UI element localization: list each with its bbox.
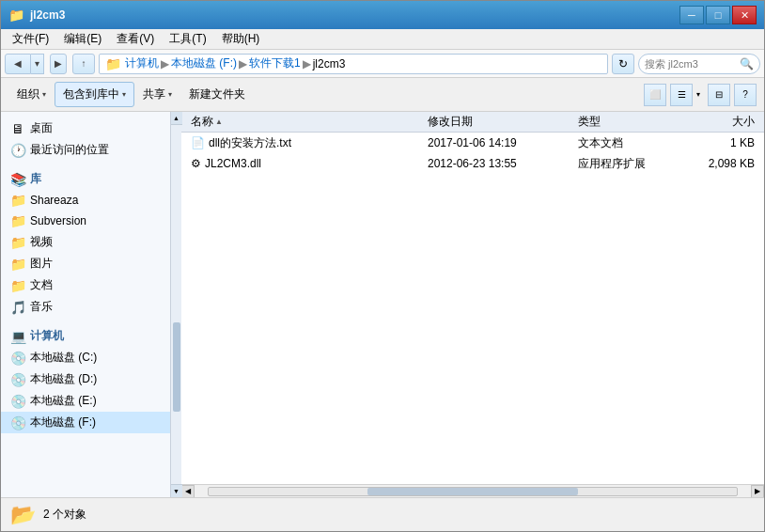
sidebar-scroll-thumb <box>173 322 180 412</box>
sidebar-item-videos-label: 视频 <box>30 234 53 250</box>
menu-tools[interactable]: 工具(T) <box>162 29 213 49</box>
search-box[interactable]: 🔍 <box>638 54 760 74</box>
nav-back-button[interactable]: ◀ <box>5 54 31 74</box>
status-count: 2 个对象 <box>43 507 86 523</box>
sidebar-item-drive-c-label: 本地磁盘 (C:) <box>30 350 97 366</box>
sidebar-item-recent[interactable]: 🕐 最近访问的位置 <box>1 139 180 161</box>
sidebar-scroll-up[interactable]: ▲ <box>171 112 182 125</box>
col-header-size[interactable]: 大小 <box>685 114 760 130</box>
sidebar-item-subversion[interactable]: 📁 Subversion <box>1 211 180 231</box>
library-label: 库 <box>30 171 41 187</box>
window-folder-icon: 📁 <box>8 8 24 23</box>
file-list-header: 名称 ▲ 修改日期 类型 大小 <box>181 112 764 133</box>
nav-back-group: ◀ ▾ <box>5 54 44 74</box>
sidebar-item-drive-f[interactable]: 💿 本地磁盘 (F:) <box>1 412 180 433</box>
pictures-icon: 📁 <box>10 257 25 272</box>
breadcrumb-bar[interactable]: 📁 计算机 ▶ 本地磁盘 (F:) ▶ 软件下载1 ▶ jl2cm3 <box>99 54 608 74</box>
share-label: 共享 <box>143 86 165 102</box>
sidebar-item-drive-d[interactable]: 💿 本地磁盘 (D:) <box>1 368 180 390</box>
col-header-type[interactable]: 类型 <box>572 114 685 130</box>
status-bar: 📂 2 个对象 <box>1 497 764 531</box>
close-button[interactable]: ✕ <box>732 6 757 24</box>
library-expand-icon: 📚 <box>10 172 25 187</box>
shareaza-icon: 📁 <box>10 193 25 208</box>
table-row[interactable]: ⚙ JL2CM3.dll 2012-06-23 13:55 应用程序扩展 2,0… <box>181 153 764 174</box>
main-content: 🖥 桌面 🕐 最近访问的位置 📚 库 📁 Shareaza <box>1 112 764 497</box>
recent-icon: 🕐 <box>10 143 25 158</box>
nav-up-button[interactable]: ↑ <box>72 54 95 74</box>
new-folder-button[interactable]: 新建文件夹 <box>180 82 254 107</box>
hscroll-track[interactable] <box>208 487 738 496</box>
file2-size-cell: 2,098 KB <box>685 157 760 170</box>
file1-size-cell: 1 KB <box>685 136 760 149</box>
view-dropdown[interactable]: ▾ <box>696 90 700 99</box>
file2-name-cell: ⚙ JL2CM3.dll <box>185 157 422 170</box>
menu-help[interactable]: 帮助(H) <box>214 29 268 49</box>
organize-button[interactable]: 组织 ▾ <box>8 82 55 107</box>
subversion-icon: 📁 <box>10 213 25 228</box>
hscroll-right-button[interactable]: ▶ <box>751 485 764 498</box>
preview-button[interactable]: ⊟ <box>708 84 730 106</box>
preview-pane-button[interactable]: ⬜ <box>644 84 666 106</box>
search-input[interactable] <box>645 58 740 70</box>
file-list-body: 📄 dll的安装方法.txt 2017-01-06 14:19 文本文档 1 K… <box>181 133 764 484</box>
organize-dropdown-icon: ▾ <box>42 90 46 99</box>
menu-file[interactable]: 文件(F) <box>5 29 56 49</box>
address-bar: ◀ ▾ ▶ ↑ 📁 计算机 ▶ 本地磁盘 (F:) ▶ 软件下载1 ▶ jl2c… <box>1 50 764 78</box>
minimize-button[interactable]: ─ <box>679 6 704 24</box>
col-header-date[interactable]: 修改日期 <box>422 114 572 130</box>
file1-name-cell: 📄 dll的安装方法.txt <box>185 135 422 151</box>
sidebar-item-pictures-label: 图片 <box>30 256 53 272</box>
drive-d-icon: 💿 <box>10 372 25 387</box>
toolbar: 组织 ▾ 包含到库中 ▾ 共享 ▾ 新建文件夹 ⬜ ☰ ▾ ⊟ ? <box>1 78 764 112</box>
search-icon: 🔍 <box>740 57 754 70</box>
organize-label: 组织 <box>17 86 39 102</box>
maximize-button[interactable]: □ <box>706 6 730 24</box>
nav-forward-button[interactable]: ▶ <box>50 54 67 74</box>
sidebar-scrollbar: ▲ ▼ <box>170 112 181 497</box>
refresh-button[interactable]: ↻ <box>612 54 634 74</box>
sidebar-item-shareaza-label: Shareaza <box>30 194 78 207</box>
include-library-dropdown-icon: ▾ <box>122 90 126 99</box>
breadcrumb-folder-icon: 📁 <box>105 56 121 71</box>
sidebar-item-desktop[interactable]: 🖥 桌面 <box>1 117 180 139</box>
sidebar-item-documents[interactable]: 📁 文档 <box>1 274 180 296</box>
col-header-name[interactable]: 名称 ▲ <box>185 114 422 130</box>
file2-icon: ⚙ <box>191 157 201 170</box>
sidebar-item-drive-c[interactable]: 💿 本地磁盘 (C:) <box>1 347 180 368</box>
sep2: ▶ <box>239 57 247 70</box>
sidebar-section-library[interactable]: 📚 库 <box>1 168 180 190</box>
hscroll-left-button[interactable]: ◀ <box>181 485 195 498</box>
computer-icon: 💻 <box>10 329 25 344</box>
share-button[interactable]: 共享 ▾ <box>134 82 180 107</box>
computer-label: 计算机 <box>30 328 64 344</box>
breadcrumb-computer[interactable]: 计算机 <box>125 55 159 71</box>
drive-f-icon: 💿 <box>10 415 25 430</box>
explorer-window: 📁 jl2cm3 ─ □ ✕ 文件(F) 编辑(E) 查看(V) 工具(T) 帮… <box>0 0 765 532</box>
title-controls: ─ □ ✕ <box>679 6 757 24</box>
breadcrumb-downloads[interactable]: 软件下载1 <box>249 55 301 71</box>
sidebar-item-drive-e[interactable]: 💿 本地磁盘 (E:) <box>1 390 180 412</box>
documents-icon: 📁 <box>10 278 25 293</box>
menu-edit[interactable]: 编辑(E) <box>56 29 109 49</box>
sidebar-scroll-down[interactable]: ▼ <box>171 484 182 497</box>
help-button[interactable]: ? <box>734 84 757 106</box>
sidebar-item-subversion-label: Subversion <box>30 214 86 227</box>
sidebar-section-computer[interactable]: 💻 计算机 <box>1 325 180 347</box>
sidebar-item-pictures[interactable]: 📁 图片 <box>1 253 180 274</box>
sidebar-item-videos[interactable]: 📁 视频 <box>1 231 180 253</box>
details-view-button[interactable]: ☰ <box>670 84 693 106</box>
file-area: 名称 ▲ 修改日期 类型 大小 📄 dll的安装方法.txt <box>181 112 764 497</box>
sidebar: 🖥 桌面 🕐 最近访问的位置 📚 库 📁 Shareaza <box>1 112 181 497</box>
breadcrumb-drive-f[interactable]: 本地磁盘 (F:) <box>171 55 237 71</box>
sidebar-item-drive-d-label: 本地磁盘 (D:) <box>30 371 97 387</box>
include-library-button[interactable]: 包含到库中 ▾ <box>55 82 134 107</box>
file2-date-cell: 2012-06-23 13:55 <box>422 157 572 170</box>
file1-icon: 📄 <box>191 136 205 149</box>
sidebar-item-shareaza[interactable]: 📁 Shareaza <box>1 190 180 211</box>
table-row[interactable]: 📄 dll的安装方法.txt 2017-01-06 14:19 文本文档 1 K… <box>181 133 764 153</box>
menu-view[interactable]: 查看(V) <box>109 29 162 49</box>
sidebar-item-music[interactable]: 🎵 音乐 <box>1 296 180 318</box>
file1-type-cell: 文本文档 <box>572 135 685 151</box>
nav-back-dropdown[interactable]: ▾ <box>31 54 44 74</box>
